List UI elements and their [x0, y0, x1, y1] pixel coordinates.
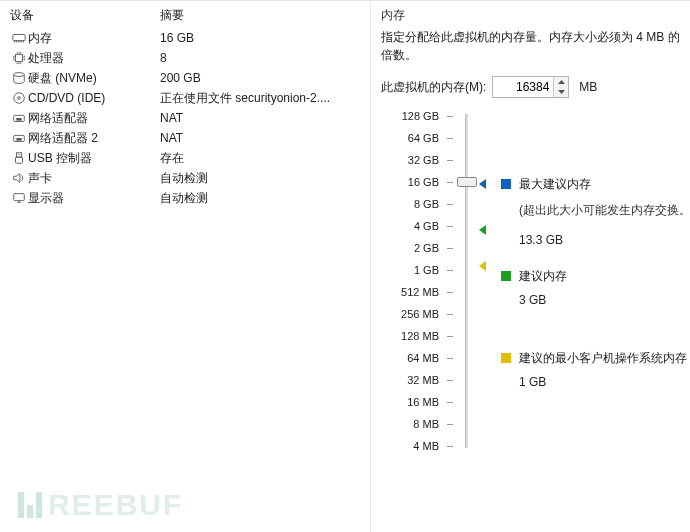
slider-thumb[interactable] — [457, 177, 477, 187]
device-row[interactable]: 网络适配器 2NAT — [0, 128, 370, 148]
legend-square-green — [501, 271, 511, 281]
tick-label: 32 MB — [407, 374, 439, 386]
rec-title: 建议内存 — [519, 268, 567, 284]
column-header-device: 设备 — [10, 7, 160, 24]
device-name: 声卡 — [28, 170, 160, 187]
device-list-header: 设备 摘要 — [0, 5, 370, 28]
panel-description: 指定分配给此虚拟机的内存量。内存大小必须为 4 MB 的倍数。 — [381, 28, 680, 64]
svg-rect-11 — [18, 154, 19, 155]
memory-unit: MB — [579, 80, 597, 94]
svg-rect-9 — [16, 153, 21, 157]
device-name: USB 控制器 — [28, 150, 160, 167]
device-row[interactable]: 声卡自动检测 — [0, 168, 370, 188]
usb-icon — [10, 151, 28, 165]
memory-spinbox[interactable] — [492, 76, 569, 98]
device-row[interactable]: CD/DVD (IDE)正在使用文件 securityonion-2.... — [0, 88, 370, 108]
svg-rect-1 — [16, 55, 23, 62]
max-rec-note: (超出此大小可能发生内存交换。) — [519, 202, 690, 218]
device-name: 硬盘 (NVMe) — [28, 70, 160, 87]
device-name: 显示器 — [28, 190, 160, 207]
svg-point-2 — [14, 73, 25, 77]
svg-point-3 — [14, 93, 25, 104]
tick-label: 128 GB — [402, 110, 439, 122]
device-summary: 8 — [160, 51, 364, 65]
nic-icon — [10, 111, 28, 125]
tick-label: 8 MB — [413, 418, 439, 430]
min-value: 1 GB — [519, 374, 546, 390]
device-summary: 存在 — [160, 150, 364, 167]
device-summary: 16 GB — [160, 31, 364, 45]
nic-icon — [10, 131, 28, 145]
svg-rect-6 — [16, 118, 21, 121]
cd-icon — [10, 91, 28, 105]
tick-label: 4 GB — [414, 220, 439, 232]
marker-arrow-blue — [479, 179, 486, 189]
slider-annotations: 最大建议内存(超出此大小可能发生内存交换。)13.3 GB建议内存3 GB建议的… — [479, 112, 680, 472]
device-list-panel: 设备 摘要 内存16 GB处理器8硬盘 (NVMe)200 GBCD/DVD (… — [0, 0, 370, 532]
tick-label: 64 GB — [408, 132, 439, 144]
tick-label: 32 GB — [408, 154, 439, 166]
device-name: 处理器 — [28, 50, 160, 67]
column-header-summary: 摘要 — [160, 7, 364, 24]
device-name: 内存 — [28, 30, 160, 47]
legend-square-yellow — [501, 353, 511, 363]
tick-label: 64 MB — [407, 352, 439, 364]
watermark: REEBUF — [18, 488, 183, 522]
display-icon — [10, 191, 28, 205]
tick-label: 8 GB — [414, 198, 439, 210]
marker-arrow-yellow — [479, 261, 486, 271]
memory-field-label: 此虚拟机的内存(M): — [381, 79, 486, 96]
device-summary: 200 GB — [160, 71, 364, 85]
marker-arrow-green — [479, 225, 486, 235]
svg-rect-12 — [19, 154, 20, 155]
tick-label: 2 GB — [414, 242, 439, 254]
panel-title: 内存 — [381, 7, 680, 24]
device-summary: 自动检测 — [160, 190, 364, 207]
device-name: CD/DVD (IDE) — [28, 91, 160, 105]
device-row[interactable]: 处理器8 — [0, 48, 370, 68]
device-name: 网络适配器 — [28, 110, 160, 127]
device-summary: 正在使用文件 securityonion-2.... — [160, 90, 364, 107]
spin-down-button[interactable] — [554, 87, 568, 97]
svg-rect-8 — [16, 138, 21, 141]
cpu-icon — [10, 51, 28, 65]
tick-label: 16 GB — [408, 176, 439, 188]
slider-ticks: 128 GB64 GB32 GB16 GB8 GB4 GB2 GB1 GB512… — [381, 112, 453, 472]
device-row[interactable]: 硬盘 (NVMe)200 GB — [0, 68, 370, 88]
device-row[interactable]: 网络适配器NAT — [0, 108, 370, 128]
device-row[interactable]: 内存16 GB — [0, 28, 370, 48]
device-row[interactable]: 显示器自动检测 — [0, 188, 370, 208]
vm-settings-window: 设备 摘要 内存16 GB处理器8硬盘 (NVMe)200 GBCD/DVD (… — [0, 0, 690, 532]
memory-settings-panel: 内存 指定分配给此虚拟机的内存量。内存大小必须为 4 MB 的倍数。 此虚拟机的… — [370, 0, 690, 532]
memory-input[interactable] — [493, 80, 553, 94]
device-summary: NAT — [160, 111, 364, 125]
spin-up-button[interactable] — [554, 77, 568, 87]
slider-track[interactable] — [465, 114, 468, 448]
device-summary: NAT — [160, 131, 364, 145]
disk-icon — [10, 71, 28, 85]
device-summary: 自动检测 — [160, 170, 364, 187]
rec-value: 3 GB — [519, 292, 546, 308]
tick-label: 256 MB — [401, 308, 439, 320]
max-rec-value: 13.3 GB — [519, 232, 563, 248]
svg-point-4 — [18, 97, 21, 100]
svg-rect-10 — [16, 157, 23, 163]
sound-icon — [10, 171, 28, 185]
memory-slider-area: 128 GB64 GB32 GB16 GB8 GB4 GB2 GB1 GB512… — [381, 112, 680, 472]
memory-field-row: 此虚拟机的内存(M): MB — [381, 76, 680, 98]
device-name: 网络适配器 2 — [28, 130, 160, 147]
svg-rect-0 — [13, 35, 25, 41]
legend-square-blue — [501, 179, 511, 189]
min-title: 建议的最小客户机操作系统内存 — [519, 350, 687, 366]
device-row[interactable]: USB 控制器存在 — [0, 148, 370, 168]
tick-label: 512 MB — [401, 286, 439, 298]
tick-label: 1 GB — [414, 264, 439, 276]
tick-label: 16 MB — [407, 396, 439, 408]
memory-icon — [10, 31, 28, 45]
tick-label: 128 MB — [401, 330, 439, 342]
max-rec-title: 最大建议内存 — [519, 176, 591, 192]
svg-rect-13 — [14, 194, 25, 201]
tick-label: 4 MB — [413, 440, 439, 452]
slider-track-col — [453, 112, 479, 472]
